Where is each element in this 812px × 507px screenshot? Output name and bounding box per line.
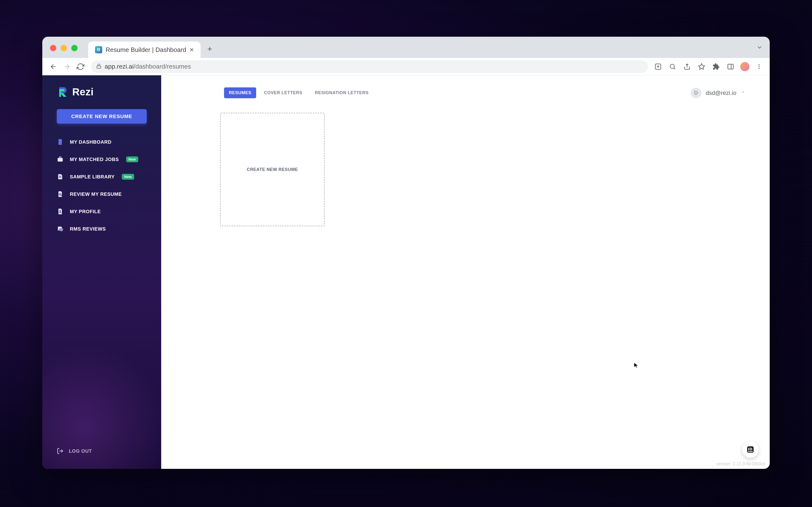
badge-new: New bbox=[122, 174, 134, 180]
sidebar-item-label: RMS REVIEWS bbox=[70, 226, 106, 232]
sidebar-item-sample-library[interactable]: SAMPLE LIBRARY New bbox=[42, 168, 161, 185]
sidepanel-icon[interactable] bbox=[726, 62, 735, 71]
install-app-icon[interactable] bbox=[653, 62, 663, 71]
sidebar: Rezi CREATE NEW RESUME MY DASHBOARD MY M… bbox=[42, 75, 161, 469]
tabs-dropdown-icon[interactable] bbox=[756, 44, 763, 52]
badge-new: New bbox=[126, 157, 139, 162]
user-menu[interactable]: D dsd@rezi.io bbox=[691, 88, 746, 98]
cursor-icon bbox=[633, 362, 640, 368]
content-tabs: RESUMES COVER LETTERS RESIGNATION LETTER… bbox=[224, 88, 373, 98]
review-icon bbox=[57, 191, 63, 198]
svg-rect-9 bbox=[58, 158, 63, 162]
tab-label: COVER LETTERS bbox=[264, 90, 302, 95]
minimize-window-button[interactable] bbox=[61, 45, 67, 51]
url-path: /dashboard/resumes bbox=[134, 63, 191, 70]
briefcase-icon bbox=[57, 156, 63, 163]
svg-rect-4 bbox=[728, 64, 733, 69]
svg-marker-3 bbox=[699, 63, 705, 69]
url-host: app.rezi.ai bbox=[105, 63, 134, 70]
tab-resumes[interactable]: RESUMES bbox=[224, 88, 256, 98]
logo-mark-icon bbox=[57, 86, 69, 98]
profile-icon bbox=[57, 208, 63, 215]
svg-rect-15 bbox=[749, 448, 749, 451]
user-avatar-icon: D bbox=[691, 88, 701, 98]
chevron-down-icon bbox=[741, 90, 746, 96]
browser-tab[interactable]: R Resume Builder | Dashboard × bbox=[88, 42, 201, 58]
browser-window: R Resume Builder | Dashboard × + app.rez… bbox=[42, 37, 770, 469]
sidebar-item-review-resume[interactable]: REVIEW MY RESUME bbox=[42, 185, 161, 203]
address-bar[interactable]: app.rezi.ai/dashboard/resumes bbox=[91, 60, 648, 73]
main-content: RESUMES COVER LETTERS RESIGNATION LETTER… bbox=[161, 75, 770, 469]
create-card-label: CREATE NEW RESUME bbox=[247, 167, 298, 172]
topbar: RESUMES COVER LETTERS RESIGNATION LETTER… bbox=[161, 75, 770, 103]
version-text: version: 2.11.3-6e1993ce bbox=[716, 461, 765, 466]
favicon-icon: R bbox=[95, 46, 102, 53]
svg-rect-10 bbox=[59, 176, 61, 176]
user-email: dsd@rezi.io bbox=[706, 90, 737, 96]
sidebar-item-label: SAMPLE LIBRARY bbox=[70, 174, 114, 180]
svg-rect-17 bbox=[751, 448, 752, 451]
tab-label: RESIGNATION LETTERS bbox=[315, 90, 368, 95]
lock-icon bbox=[96, 63, 102, 70]
close-window-button[interactable] bbox=[50, 45, 56, 51]
sidebar-item-rms-reviews[interactable]: RMS REVIEWS bbox=[42, 220, 161, 237]
extensions-icon[interactable] bbox=[711, 62, 721, 71]
document-icon bbox=[57, 138, 63, 145]
tab-title: Resume Builder | Dashboard bbox=[106, 46, 186, 54]
logout-icon bbox=[57, 448, 63, 454]
back-button[interactable] bbox=[48, 61, 59, 72]
svg-point-2 bbox=[670, 64, 674, 68]
url-text: app.rezi.ai/dashboard/resumes bbox=[105, 63, 191, 70]
intercom-icon bbox=[746, 445, 755, 454]
sidebar-nav: MY DASHBOARD MY MATCHED JOBS New SAMPLE … bbox=[42, 133, 161, 237]
intercom-launcher[interactable] bbox=[742, 441, 759, 458]
sidebar-item-dashboard[interactable]: MY DASHBOARD bbox=[42, 133, 161, 151]
svg-rect-0 bbox=[97, 66, 101, 68]
svg-rect-16 bbox=[750, 448, 751, 451]
library-icon bbox=[57, 173, 63, 180]
sidebar-item-label: MY MATCHED JOBS bbox=[70, 157, 119, 162]
tab-resignation-letters[interactable]: RESIGNATION LETTERS bbox=[310, 88, 373, 98]
create-new-resume-button[interactable]: CREATE NEW RESUME bbox=[57, 109, 147, 124]
app: Rezi CREATE NEW RESUME MY DASHBOARD MY M… bbox=[42, 75, 770, 469]
logout-label: LOG OUT bbox=[69, 448, 92, 454]
svg-point-13 bbox=[59, 210, 61, 212]
user-initial: D bbox=[694, 90, 698, 96]
create-button-label: CREATE NEW RESUME bbox=[71, 113, 132, 119]
sidebar-item-label: REVIEW MY RESUME bbox=[70, 191, 122, 197]
sidebar-item-label: MY PROFILE bbox=[70, 209, 101, 214]
tab-strip: R Resume Builder | Dashboard × + bbox=[42, 37, 770, 58]
maximize-window-button[interactable] bbox=[71, 45, 78, 51]
address-row: app.rezi.ai/dashboard/resumes bbox=[42, 58, 770, 75]
tab-cover-letters[interactable]: COVER LETTERS bbox=[259, 88, 307, 98]
create-resume-card[interactable]: CREATE NEW RESUME bbox=[220, 113, 324, 226]
content-grid: CREATE NEW RESUME bbox=[161, 103, 770, 226]
brand-logo[interactable]: Rezi bbox=[42, 86, 161, 107]
bookmark-star-icon[interactable] bbox=[697, 62, 706, 71]
svg-point-6 bbox=[759, 64, 760, 65]
reload-button[interactable] bbox=[75, 61, 86, 72]
window-controls bbox=[50, 45, 78, 51]
share-icon[interactable] bbox=[682, 62, 692, 71]
browser-menu-icon[interactable] bbox=[754, 62, 764, 71]
forward-button[interactable] bbox=[62, 61, 72, 72]
svg-point-8 bbox=[759, 68, 760, 69]
tab-label: RESUMES bbox=[229, 90, 251, 95]
sidebar-item-label: MY DASHBOARD bbox=[70, 139, 111, 145]
sidebar-item-matched-jobs[interactable]: MY MATCHED JOBS New bbox=[42, 151, 161, 168]
sidebar-item-my-profile[interactable]: MY PROFILE bbox=[42, 203, 161, 220]
logout-button[interactable]: LOG OUT bbox=[42, 441, 161, 469]
chat-icon bbox=[57, 225, 63, 232]
brand-name: Rezi bbox=[72, 86, 94, 98]
svg-rect-11 bbox=[59, 177, 61, 177]
svg-point-7 bbox=[759, 66, 760, 67]
profile-avatar-icon[interactable] bbox=[740, 62, 749, 71]
site-search-icon[interactable] bbox=[668, 62, 677, 71]
toolbar-right bbox=[653, 62, 764, 71]
new-tab-button[interactable]: + bbox=[207, 44, 212, 54]
tab-close-icon[interactable]: × bbox=[190, 46, 194, 53]
